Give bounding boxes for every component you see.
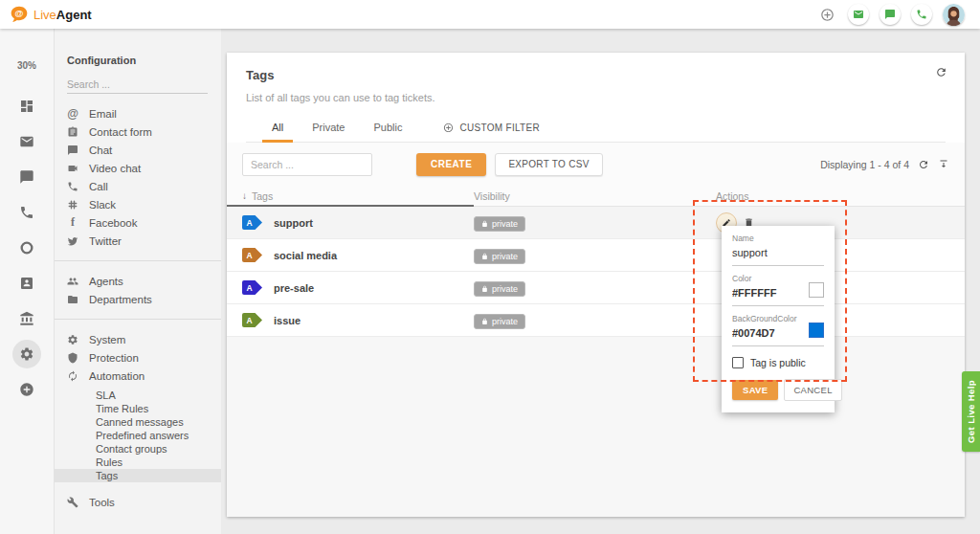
sidebar-item-twitter[interactable]: Twitter [55, 232, 221, 250]
twitter-icon [67, 235, 78, 247]
table-row-pre-sale[interactable]: A pre-sale private [227, 272, 965, 304]
tab-public[interactable]: Public [359, 122, 416, 142]
tag-shape-icon: A [242, 280, 263, 295]
sidebar-search [67, 75, 208, 94]
sidebar-sub-time-rules[interactable]: Time Rules [55, 402, 221, 415]
background-color-input[interactable] [732, 327, 799, 339]
usage-percent: 30% [0, 60, 54, 71]
sidebar-item-slack[interactable]: Slack [55, 195, 221, 213]
tag-cell: A pre-sale [227, 280, 474, 295]
sidebar-divider [55, 319, 221, 320]
create-button[interactable]: CREATE [416, 153, 486, 176]
add-circle-icon [443, 122, 454, 133]
sidebar-item-call[interactable]: Call [55, 177, 221, 195]
bank-icon [19, 311, 34, 326]
tag-shape-icon: A [242, 248, 263, 262]
svg-text:A: A [246, 218, 252, 228]
rail-item-configuration[interactable] [0, 336, 54, 371]
sidebar-item-facebook[interactable]: f Facebook [55, 213, 221, 232]
sidebar-item-chat[interactable]: Chat [55, 141, 221, 159]
sort-desc-icon: ↓ [242, 190, 247, 201]
rail-item-dashboard[interactable] [0, 88, 54, 123]
rail-item-customers[interactable] [0, 265, 54, 300]
export-csv-button[interactable]: EXPORT TO CSV [495, 153, 602, 176]
badge-label: private [492, 284, 518, 294]
rail-item-reports[interactable] [0, 230, 54, 265]
save-button[interactable]: SAVE [732, 380, 778, 400]
rail-item-company[interactable] [0, 300, 54, 336]
add-button[interactable] [816, 4, 837, 25]
automation-children: SLA Time Rules Canned messages Predefine… [55, 389, 221, 482]
tags-search-input[interactable] [242, 153, 372, 176]
logo-bubble-icon: @ [10, 5, 29, 24]
background-color-swatch[interactable] [809, 323, 824, 338]
column-label: Tags [252, 190, 273, 202]
sidebar-item-email[interactable]: @ Email [55, 104, 221, 122]
column-header-visibility[interactable]: Visibility [474, 190, 716, 202]
sidebar-item-system[interactable]: System [55, 330, 221, 348]
sidebar-item-tools[interactable]: Tools [55, 493, 221, 511]
sidebar-item-agents[interactable]: Agents [55, 272, 221, 290]
sidebar-divider [55, 260, 221, 261]
new-call-button[interactable] [911, 4, 932, 25]
shield-icon [67, 352, 78, 364]
sub-label: Time Rules [96, 403, 148, 414]
private-badge: private [474, 216, 525, 232]
color-input[interactable] [732, 287, 799, 299]
new-chat-button[interactable] [880, 4, 901, 25]
name-input[interactable] [732, 247, 799, 258]
edit-tag-popup: Name Color BackGroundColor Tag is public… [722, 226, 835, 412]
table-row-support[interactable]: A support private [227, 207, 965, 239]
sidebar-item-video-chat[interactable]: Video chat [55, 159, 221, 177]
sidebar-sub-tags[interactable]: Tags [55, 469, 221, 482]
sidebar-item-protection[interactable]: Protection [55, 348, 221, 367]
user-avatar[interactable] [943, 4, 965, 26]
sidebar-item-departments[interactable]: Departments [55, 290, 221, 308]
refresh-icon[interactable] [918, 159, 929, 170]
sidebar-sub-predefined-answers[interactable]: Predefined answers [55, 429, 221, 442]
sidebar-item-contact-form[interactable]: Contact form [55, 122, 221, 141]
sidebar-search-input[interactable] [67, 76, 208, 94]
rail-item-tickets[interactable] [0, 123, 54, 159]
tab-all[interactable]: All [257, 122, 298, 142]
get-live-help-button[interactable]: Get Live Help [962, 371, 980, 452]
sidebar-item-label: Facebook [89, 217, 138, 229]
rail-item-addons[interactable] [0, 371, 54, 407]
contact-card-icon [19, 276, 34, 291]
sidebar-item-automation[interactable]: Automation [55, 367, 221, 385]
sidebar-item-label: Departments [89, 294, 152, 305]
table-row-social-media[interactable]: A social media private [227, 239, 965, 272]
phone-icon [19, 205, 34, 220]
column-header-actions[interactable]: Actions [716, 190, 965, 202]
column-header-tags[interactable]: ↓ Tags [227, 190, 474, 202]
color-swatch[interactable] [809, 282, 824, 298]
tag-shape-icon: A [242, 215, 263, 230]
refresh-button[interactable] [935, 66, 947, 78]
popup-buttons: SAVE CANCEL [732, 379, 824, 401]
configuration-menu: Configuration @ Email Contact form Chat … [55, 29, 221, 534]
cancel-button[interactable]: CANCEL [784, 379, 841, 401]
export-download-icon[interactable] [938, 159, 949, 170]
dashboard-icon [19, 99, 34, 114]
sidebar-sub-contact-groups[interactable]: Contact groups [55, 442, 221, 456]
tag-name: issue [274, 315, 301, 326]
visibility-cell: private [474, 312, 716, 329]
autorenew-icon [67, 370, 78, 382]
table-row-issue[interactable]: A issue private [227, 304, 965, 337]
private-badge: private [474, 281, 525, 297]
sidebar-sub-sla[interactable]: SLA [55, 389, 221, 402]
new-email-button[interactable] [848, 4, 869, 25]
sub-label: Contact groups [96, 443, 167, 455]
name-label: Name [732, 234, 824, 243]
rail-item-chats[interactable] [0, 159, 54, 194]
tag-public-checkbox[interactable] [732, 357, 744, 368]
custom-filter-button[interactable]: CUSTOM FILTER [443, 122, 540, 142]
liveagent-logo[interactable]: @ LiveAgent [0, 5, 92, 24]
sorted-column-underline [227, 205, 474, 207]
tag-cell: A support [227, 215, 474, 230]
tab-private[interactable]: Private [298, 122, 359, 142]
chat-bubble-icon [19, 169, 34, 185]
sidebar-sub-canned-messages[interactable]: Canned messages [55, 415, 221, 429]
rail-item-calls[interactable] [0, 194, 54, 230]
sidebar-sub-rules[interactable]: Rules [55, 456, 221, 469]
